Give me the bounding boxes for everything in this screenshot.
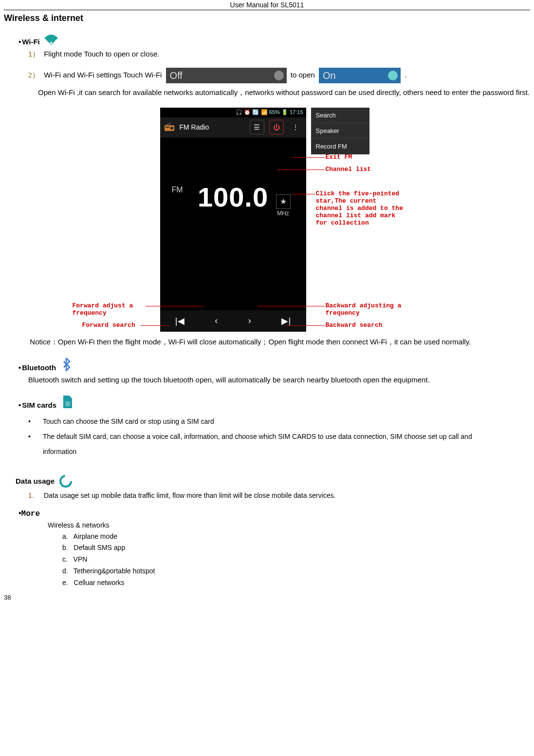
ann-bwd-adj: Backward adjusting a frequency — [326, 302, 423, 317]
bullet-icon — [18, 401, 22, 409]
svg-rect-5 — [65, 401, 70, 406]
flight-mode-text: Flight mode Touch to open or close. — [44, 50, 159, 58]
menu-item[interactable]: Record FM — [311, 139, 369, 154]
page-number: 38 — [4, 594, 530, 601]
next-freq-icon[interactable]: › — [248, 316, 251, 326]
sim-list: •Touch can choose the SIM card or stop u… — [28, 414, 530, 459]
wifi-settings-text-a: Wi-Fi and Wi-Fi settings Touch Wi-Fi — [44, 71, 162, 79]
datausage-heading: Data usage — [16, 474, 530, 489]
ann-channel: Channel list — [326, 166, 371, 173]
wifi-description: Open Wi-Fi ,it can search for available … — [38, 87, 530, 98]
status-bar: 🎧 ⏰ 🔄 📶 65% 🔋 17:15 — [160, 108, 306, 117]
list-item: e. Celluar networks — [62, 577, 530, 589]
ann-fwd-adj: Forward adjust a frequency — [73, 302, 155, 317]
phone-screenshot: 🎧 ⏰ 🔄 📶 65% 🔋 17:15 FM Radio ☰ ⏻ ⋮ FM 10… — [160, 108, 306, 332]
toggle-on[interactable]: On — [319, 68, 401, 83]
fm-body: FM 100.0 ★ MHz — [160, 137, 306, 213]
status-icons: 🎧 ⏰ 🔄 — [236, 109, 259, 115]
bluetooth-label: Bluetooth — [22, 363, 56, 372]
next-search-icon[interactable]: ▶| — [281, 316, 291, 326]
fm-app-bar: FM Radio ☰ ⏻ ⋮ — [160, 117, 306, 137]
datausage-item: 1. Data usage set up mobile data traffic… — [28, 491, 530, 499]
prev-search-icon[interactable]: |◀ — [175, 316, 184, 326]
favorite-star-icon[interactable]: ★ — [276, 194, 291, 209]
svg-point-3 — [170, 127, 173, 130]
menu-item[interactable]: Speaker — [311, 123, 369, 139]
more-list: a. Airplane mode b. Default SMS app c. V… — [62, 531, 530, 589]
list-item: •The default SIM card, can choose a voic… — [28, 429, 530, 459]
ann-exit: Exit FM — [326, 154, 352, 161]
toggle-knob — [274, 71, 284, 80]
list-item: •Touch can choose the SIM card or stop u… — [28, 414, 530, 429]
sim-label: SIM cards — [22, 401, 56, 409]
fm-unit-label: MHz — [277, 210, 289, 217]
wifi-label: Wi-Fi — [22, 38, 40, 46]
list-number: 1. — [28, 491, 42, 499]
toggle-off[interactable]: Off — [166, 68, 287, 83]
radio-icon — [164, 122, 175, 132]
bullet-icon — [18, 363, 22, 372]
wifi-heading: Wi-Fi — [18, 33, 530, 46]
list-item: c. VPN — [62, 554, 530, 566]
more-heading: •More — [18, 509, 530, 518]
svg-point-0 — [50, 42, 52, 44]
list-item: d. Tethering&portable hotspot — [62, 566, 530, 577]
fm-screenshot-area: 🎧 ⏰ 🔄 📶 65% 🔋 17:15 FM Radio ☰ ⏻ ⋮ FM 10… — [63, 108, 472, 332]
datausage-text: Data usage set up mobile data traffic li… — [44, 491, 336, 499]
sim-icon — [61, 395, 73, 409]
menu-item[interactable]: Search — [311, 108, 369, 123]
svg-point-6 — [60, 476, 71, 487]
bullet-icon: • — [28, 414, 43, 429]
power-icon[interactable]: ⏻ — [269, 120, 284, 134]
ann-star: Click the five-pointed star,The current … — [316, 190, 404, 227]
datausage-icon — [58, 474, 73, 489]
wifi-settings-text-b: to open — [291, 71, 315, 79]
svg-rect-2 — [166, 127, 169, 128]
fm-small-label: FM — [172, 186, 183, 194]
list-item: b. Default SMS app — [62, 542, 530, 554]
ann-fwd-search: Forward search — [82, 322, 135, 329]
status-right: 📶 65% 🔋 17:15 — [261, 109, 303, 115]
bluetooth-heading: Bluetooth — [18, 357, 530, 372]
more-subtitle: Wireless & networks — [48, 521, 530, 529]
prev-freq-icon[interactable]: ‹ — [215, 316, 218, 326]
sim-heading: SIM cards — [18, 395, 530, 409]
wifi-item-1: 1） Flight mode Touch to open or close. — [28, 50, 530, 59]
datausage-label: Data usage — [16, 477, 55, 485]
svg-line-4 — [166, 123, 171, 125]
list-item: a. Airplane mode — [62, 531, 530, 543]
fm-controls: |◀ ‹ › ▶| — [160, 310, 306, 332]
overflow-icon[interactable]: ⋮ — [289, 120, 302, 134]
fm-title: FM Radio — [180, 123, 245, 131]
bullet-icon — [18, 38, 22, 46]
fm-overflow-menu: Search Speaker Record FM — [311, 108, 369, 154]
channel-list-icon[interactable]: ☰ — [250, 120, 264, 134]
bluetooth-icon — [60, 357, 73, 372]
bluetooth-desc: Bluetooth switch and setting up the touc… — [28, 375, 506, 385]
bullet-icon: • — [28, 429, 43, 459]
list-number: 2） — [28, 71, 42, 80]
ann-bwd-search: Backward search — [326, 322, 383, 329]
toggle-on-label: On — [323, 70, 336, 81]
list-number: 1） — [28, 50, 42, 59]
fm-unit-block: ★ MHz — [276, 194, 291, 217]
toggle-off-label: Off — [170, 70, 183, 81]
wifi-notice: Notice：Open Wi-Fi then the flight mode，W… — [14, 337, 520, 347]
wifi-item-2: 2） Wi-Fi and Wi-Fi settings Touch Wi-Fi … — [28, 68, 530, 83]
section-title: Wireless & internet — [4, 13, 530, 23]
period: . — [405, 71, 406, 79]
page-header: User Manual for SL5011 — [4, 0, 530, 10]
toggle-knob — [388, 71, 398, 80]
more-label: More — [21, 510, 40, 518]
fm-frequency: 100.0 — [198, 182, 268, 212]
wifi-icon — [43, 33, 59, 46]
